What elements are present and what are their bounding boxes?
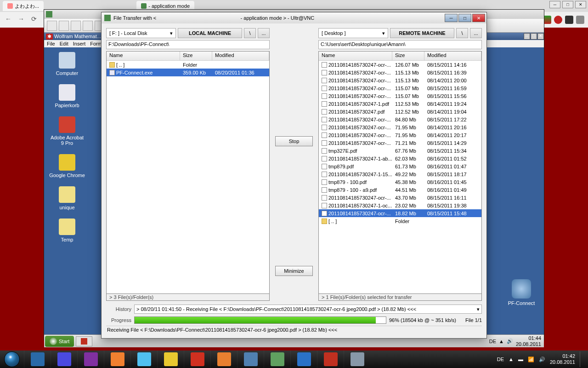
host-taskbar-item-4[interactable] <box>130 351 157 368</box>
reload-button[interactable]: ⟳ <box>29 14 39 23</box>
local-root-button[interactable]: \ <box>244 28 256 38</box>
host-start-button[interactable] <box>0 351 24 368</box>
file-row[interactable]: 20110814185730247-ocr-...71.95 Mb08/14/2… <box>319 131 481 139</box>
desktop-icon-1[interactable]: Papierkorb <box>49 84 85 108</box>
file-row[interactable]: 20110814185730247-ocr-...71.21 Mb08/15/2… <box>319 139 481 147</box>
file-row[interactable]: 20110814185730247-ocr-...43.70 Mb08/15/2… <box>319 194 481 201</box>
vnc-tool-2[interactable] <box>59 21 69 31</box>
host-taskbar-item-11[interactable] <box>317 351 344 368</box>
desktop-icon-2[interactable]: Adobe Acrobat 9 Pro <box>49 116 85 146</box>
desktop-icon-pf-connect[interactable]: PF-Connect <box>505 279 537 306</box>
remote-root-button[interactable]: \ <box>456 28 468 38</box>
vnc-tool-1[interactable] <box>47 21 57 31</box>
local-col-mod[interactable]: Modified <box>212 52 269 60</box>
file-row[interactable]: 20110814185730247-ocr-...115.07 Mb08/15/… <box>319 84 481 92</box>
ft-maximize-button[interactable]: □ <box>458 14 471 22</box>
show-desktop-button[interactable] <box>580 351 583 367</box>
remote-start-button[interactable]: Start <box>45 336 74 347</box>
host-lang[interactable]: DE <box>497 356 504 362</box>
local-file-list[interactable]: Name Size Modified [ .. ]FolderPF-Connec… <box>106 51 270 294</box>
file-row[interactable]: 20110814185730247-ocr-...115.13 Mb08/15/… <box>319 69 481 76</box>
host-maximize-button[interactable]: □ <box>562 1 573 8</box>
host-taskbar-item-10[interactable] <box>290 351 317 368</box>
ft-titlebar[interactable]: File Transfer with < - application mode … <box>102 12 486 23</box>
browser-tab-1[interactable]: よわよわ... <box>3 1 44 11</box>
file-row[interactable]: 20110814185730247-1-15...49.22 Mb08/15/2… <box>319 170 481 178</box>
remote-col-mod[interactable]: Modified <box>424 52 481 60</box>
host-tray-vol[interactable]: 🔊 <box>539 356 545 362</box>
file-row[interactable]: tmp327E.pdf67.76 Mb08/15/2011 15:34 <box>319 147 481 155</box>
host-taskbar-item-0[interactable] <box>24 351 51 368</box>
desktop-icon-5[interactable]: Temp <box>49 218 85 242</box>
stop-button[interactable]: Stop <box>275 136 313 146</box>
inner-min[interactable]: ─ <box>524 33 530 40</box>
remote-task-1[interactable] <box>76 336 92 346</box>
file-name: 20110814185730247-ocr-... <box>328 78 391 83</box>
file-row[interactable]: 20110814185730247-1.pdf112.53 Mb08/14/20… <box>319 100 481 108</box>
remote-col-name[interactable]: Name <box>319 52 392 60</box>
back-button[interactable]: ← <box>4 14 13 23</box>
remote-lang[interactable]: DE <box>489 339 496 344</box>
host-minimize-button[interactable]: ─ <box>549 1 560 8</box>
host-close-button[interactable]: ✕ <box>575 1 586 8</box>
file-row[interactable]: 20110814185730247.pdf112.52 Mb08/14/2011… <box>319 108 481 115</box>
host-taskbar-item-6[interactable] <box>184 351 210 368</box>
history-dropdown[interactable]: > 08/20/11 01:41:50 - Receiving File < F… <box>134 305 482 314</box>
host-taskbar-item-7[interactable] <box>210 351 237 368</box>
file-row[interactable]: 20110814185730247-ocr-...115.07 Mb08/15/… <box>319 92 481 100</box>
file-row[interactable]: 20110814185730247-ocr-...71.95 Mb08/14/2… <box>319 123 481 131</box>
menu-file[interactable]: File <box>47 41 55 46</box>
host-tray-up[interactable]: ▲ <box>509 356 514 362</box>
tray-icon-2[interactable]: 🔊 <box>507 338 513 344</box>
remote-drive-dropdown[interactable]: [ Desktop ]▾ <box>318 28 388 38</box>
ext-icon-3[interactable] <box>565 16 573 24</box>
vnc-tool-3[interactable] <box>71 21 81 31</box>
file-row[interactable]: 20110814185730247-ocr-...115.13 Mb08/14/… <box>319 76 481 84</box>
host-taskbar-item-12[interactable] <box>344 351 370 368</box>
host-taskbar-item-2[interactable] <box>77 351 104 368</box>
host-taskbar-item-3[interactable] <box>104 351 130 368</box>
file-row[interactable]: tmp879.pdf61.73 Mb08/16/2011 01:47 <box>319 162 481 170</box>
file-name: tmp879.pdf <box>328 164 354 169</box>
ft-close-button[interactable]: ✕ <box>472 14 485 22</box>
host-taskbar-item-1[interactable] <box>51 351 77 368</box>
local-up-button[interactable]: ... <box>258 28 270 38</box>
remote-file-list[interactable]: Name Size Modified 20110814185730247-ocr… <box>318 51 482 294</box>
minimize-button[interactable]: Minimize <box>275 266 313 276</box>
host-taskbar-item-8[interactable] <box>237 351 264 368</box>
desktop-icon-0[interactable]: Computer <box>49 52 85 76</box>
host-tray-net[interactable]: ▬ <box>518 356 523 362</box>
tray-icon-1[interactable]: ▲ <box>499 339 504 344</box>
desktop-icon-img <box>59 186 75 203</box>
file-row[interactable]: 20110814185730247-1-ab...62.03 Mb08/16/2… <box>319 155 481 162</box>
file-row[interactable]: [ .. ]Folder <box>319 217 481 225</box>
remote-up-button[interactable]: ... <box>470 28 482 38</box>
file-row[interactable]: [ .. ]Folder <box>107 61 269 69</box>
file-row[interactable]: tmp879 - 100 - a9.pdf44.51 Mb08/16/2011 … <box>319 186 481 194</box>
desktop-icon-4[interactable]: unique <box>49 186 85 210</box>
forward-button[interactable]: → <box>17 14 26 23</box>
host-taskbar-item-5[interactable] <box>157 351 184 368</box>
local-drive-dropdown[interactable]: [ F: ] - Local Disk▾ <box>106 28 176 38</box>
file-row[interactable]: 20110814185730247-ocr-...84.80 Mb08/15/2… <box>319 115 481 123</box>
menu-edit[interactable]: Edit <box>60 41 68 46</box>
wrench-icon[interactable] <box>576 16 584 24</box>
menu-insert[interactable]: Insert <box>73 41 86 46</box>
file-row[interactable]: PF-Connect.exe359.00 Kb08/20/2011 01:36 <box>107 69 269 76</box>
inner-close[interactable]: ✕ <box>537 33 544 40</box>
folder-icon <box>322 218 327 224</box>
adblock-icon[interactable] <box>554 16 562 24</box>
vnc-tool-4[interactable] <box>83 21 93 31</box>
host-taskbar-item-9[interactable] <box>264 351 290 368</box>
file-row[interactable]: 20110814185730247-ocr-...18.82 Mb08/15/2… <box>319 209 481 217</box>
remote-col-size[interactable]: Size <box>392 52 424 60</box>
ft-minimize-button[interactable]: ─ <box>445 14 458 22</box>
file-row[interactable]: 20110814185730247-1-oc...23.02 Mb08/15/2… <box>319 201 481 209</box>
local-col-name[interactable]: Name <box>107 52 180 60</box>
local-col-size[interactable]: Size <box>180 52 212 60</box>
host-tray-wifi[interactable]: 📶 <box>528 356 534 362</box>
file-row[interactable]: tmp879 - 100.pdf45.38 Mb08/16/2011 01:45 <box>319 178 481 186</box>
file-row[interactable]: 20110814185730247-ocr-...126.07 Mb08/15/… <box>319 61 481 69</box>
desktop-icon-3[interactable]: Google Chrome <box>49 154 85 178</box>
inner-max[interactable]: □ <box>531 33 537 40</box>
